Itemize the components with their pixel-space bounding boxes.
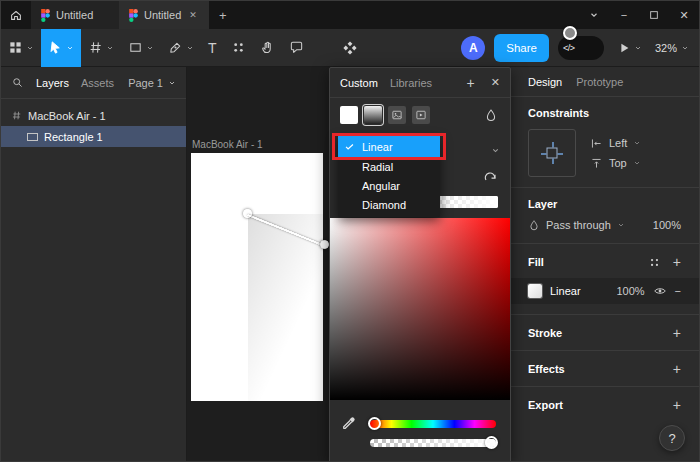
- move-tool-button[interactable]: [41, 29, 81, 67]
- resources-icon: [231, 40, 246, 55]
- chevron-down-icon: [146, 44, 154, 52]
- stroke-title: Stroke: [528, 327, 562, 339]
- page-selector[interactable]: Page 1: [128, 77, 176, 89]
- vertical-constraint-value: Top: [609, 157, 627, 169]
- close-picker-button[interactable]: ✕: [491, 76, 500, 89]
- tab-design[interactable]: Design: [528, 76, 562, 88]
- pen-tool-button[interactable]: [161, 29, 201, 67]
- text-tool-icon: T: [208, 40, 217, 56]
- main-menu-button[interactable]: [1, 29, 41, 67]
- maximize-button[interactable]: [639, 1, 669, 29]
- video-fill-swatch[interactable]: [412, 106, 430, 124]
- gradient-fill-swatch[interactable]: [364, 106, 382, 124]
- eyedropper-icon[interactable]: [340, 415, 357, 432]
- vertical-constraint-select[interactable]: Top: [590, 157, 641, 170]
- left-sidebar: Layers Assets Page 1 MacBook Air - 1 Rec…: [1, 67, 187, 462]
- saturation-value-area[interactable]: [330, 218, 510, 400]
- alpha-slider[interactable]: [370, 439, 496, 447]
- minimize-button[interactable]: −: [609, 1, 639, 29]
- layer-row-frame[interactable]: MacBook Air - 1: [1, 105, 186, 126]
- rectangle-icon: [128, 40, 143, 55]
- menu-item-linear[interactable]: Linear: [338, 136, 440, 158]
- image-icon: [391, 109, 403, 121]
- menu-item-diamond[interactable]: Diamond: [338, 196, 440, 215]
- present-button[interactable]: [613, 34, 646, 62]
- file-tab-1-label: Untitled: [56, 9, 93, 21]
- blend-mode-value[interactable]: Pass through: [546, 219, 611, 231]
- gradient-rectangle[interactable]: [248, 214, 323, 401]
- tab-custom[interactable]: Custom: [340, 77, 378, 89]
- page-name: Page 1: [128, 77, 163, 89]
- blend-droplet-icon[interactable]: [484, 108, 498, 122]
- horizontal-constraint-select[interactable]: Left: [590, 137, 641, 150]
- add-effect-button[interactable]: +: [673, 361, 681, 377]
- gradient-handle-end[interactable]: [320, 240, 329, 249]
- file-tab-2[interactable]: Untitled ✕: [119, 1, 209, 29]
- tab-assets[interactable]: Assets: [81, 77, 114, 89]
- titlebar: Untitled Untitled ✕ + − ✕: [1, 1, 699, 29]
- comment-icon: [289, 40, 304, 55]
- image-fill-swatch[interactable]: [388, 106, 406, 124]
- remove-fill-button[interactable]: −: [675, 285, 681, 297]
- layer-opacity-value[interactable]: 100%: [653, 219, 681, 231]
- fill-section: Fill + Linear 100% −: [510, 243, 699, 314]
- new-tab-button[interactable]: +: [209, 1, 237, 29]
- solid-fill-swatch[interactable]: [340, 106, 358, 124]
- zoom-value: 32%: [655, 42, 677, 54]
- rotate-gradient-icon[interactable]: [483, 172, 498, 187]
- gradient-handle-start[interactable]: [243, 209, 252, 218]
- constraints-widget[interactable]: [528, 129, 576, 177]
- eye-icon[interactable]: [653, 284, 667, 298]
- window-menu-button[interactable]: [579, 1, 609, 29]
- frame-label[interactable]: MacBook Air - 1: [192, 139, 263, 150]
- cursor-icon: [48, 40, 63, 55]
- artboard[interactable]: [191, 153, 323, 401]
- tab-libraries[interactable]: Libraries: [390, 77, 432, 89]
- chevron-down-icon: [589, 10, 599, 20]
- menu-item-angular[interactable]: Angular: [338, 177, 440, 196]
- horizontal-constraint-value: Left: [609, 137, 627, 149]
- tab-layers[interactable]: Layers: [36, 77, 69, 89]
- component-icon[interactable]: [342, 40, 358, 56]
- shape-tool-button[interactable]: [121, 29, 161, 67]
- zoom-control[interactable]: 32%: [655, 42, 689, 54]
- chevron-down-icon: [168, 79, 176, 87]
- fill-color-swatch[interactable]: [528, 284, 542, 298]
- fill-row[interactable]: Linear 100% −: [510, 278, 699, 304]
- tab-prototype[interactable]: Prototype: [576, 76, 623, 88]
- file-tab-1[interactable]: Untitled: [31, 1, 119, 29]
- avatar[interactable]: A: [461, 36, 485, 60]
- text-tool-button[interactable]: T: [201, 29, 224, 67]
- hand-tool-button[interactable]: [253, 29, 282, 67]
- share-button[interactable]: Share: [494, 34, 549, 62]
- home-icon: [9, 8, 23, 22]
- home-button[interactable]: [1, 1, 31, 29]
- frame-tool-button[interactable]: [81, 29, 121, 67]
- fill-title: Fill: [528, 256, 544, 268]
- layers-tree: MacBook Air - 1 Rectangle 1: [1, 99, 186, 147]
- resources-button[interactable]: [224, 29, 253, 67]
- add-export-button[interactable]: +: [673, 397, 681, 413]
- left-sidebar-header: Layers Assets Page 1: [1, 67, 186, 99]
- help-button[interactable]: ?: [659, 425, 685, 451]
- comment-tool-button[interactable]: [282, 29, 311, 67]
- hue-knob[interactable]: [368, 417, 381, 430]
- layer-row-rectangle[interactable]: Rectangle 1: [1, 126, 186, 147]
- search-icon[interactable]: [11, 76, 24, 89]
- menu-item-label: Diamond: [362, 199, 406, 211]
- tab-close-icon[interactable]: ✕: [187, 10, 199, 20]
- menu-item-radial[interactable]: Radial: [338, 158, 440, 177]
- chevron-down-icon: [634, 44, 642, 52]
- fill-type-value[interactable]: Linear: [550, 285, 581, 297]
- constrain-left-icon: [590, 137, 603, 150]
- dev-mode-toggle[interactable]: </>: [558, 36, 604, 60]
- hue-slider[interactable]: [370, 420, 496, 428]
- fill-opacity-value[interactable]: 100%: [616, 285, 644, 297]
- alpha-knob[interactable]: [485, 436, 498, 449]
- toolbar-right: A Share </> 32%: [461, 34, 699, 62]
- add-color-button[interactable]: +: [467, 75, 475, 91]
- add-stroke-button[interactable]: +: [673, 325, 681, 341]
- add-fill-button[interactable]: +: [673, 254, 681, 270]
- close-window-button[interactable]: ✕: [669, 1, 699, 29]
- styles-icon[interactable]: [648, 256, 661, 269]
